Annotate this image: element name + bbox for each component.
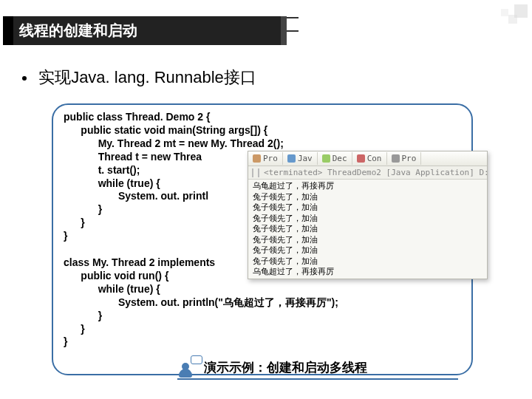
console-tab[interactable]: Jav <box>283 152 318 165</box>
slide-title: 线程的创建和启动 <box>13 16 287 45</box>
console-line: 兔子领先了，加油 <box>253 235 482 246</box>
corner-decoration <box>483 4 528 34</box>
bullet-text: 实现Java. lang. Runnable接口 <box>38 68 256 86</box>
demo-label: 演示示例：创建和启动多线程 <box>204 359 367 376</box>
console-line: 兔子领先了，加油 <box>253 202 482 214</box>
console-line: 兔子领先了，加油 <box>253 192 482 203</box>
console-line: 兔子领先了，加油 <box>253 245 482 256</box>
title-stripes <box>3 9 306 13</box>
console-line: 兔子领先了，加油 <box>253 256 482 267</box>
console-tool-icon[interactable] <box>258 168 259 177</box>
console-tab[interactable]: Con <box>352 152 387 165</box>
console-tabs: Pro Jav Dec Con Pro <box>248 151 487 166</box>
console-tab[interactable]: Pro <box>387 152 422 165</box>
console-line: 乌龟超过了，再接再厉 <box>253 267 482 276</box>
demo-bar: 演示示例：创建和启动多线程 <box>177 356 458 380</box>
tab-icon <box>287 154 296 163</box>
speaker-icon <box>177 357 198 378</box>
console-output: 乌龟超过了，再接再厉 兔子领先了，加油 兔子领先了，加油 兔子领先了，加油 兔子… <box>248 180 487 276</box>
tab-icon <box>357 154 365 163</box>
tab-icon <box>392 154 400 163</box>
console-status-bar: <terminated> ThreadDemo2 [Java Applicati… <box>248 166 487 180</box>
tab-label: Pro <box>402 154 417 163</box>
console-status-text: <terminated> ThreadDemo2 [Java Applicati… <box>264 168 487 177</box>
console-tab[interactable]: Pro <box>248 152 283 165</box>
console-tool-icon[interactable] <box>252 168 253 177</box>
bullet-line: 实现Java. lang. Runnable接口 <box>22 66 256 89</box>
console-window: Pro Jav Dec Con Pro <terminated> ThreadD… <box>248 151 488 279</box>
console-line: 兔子领先了，加油 <box>253 224 482 235</box>
tab-label: Pro <box>263 154 278 163</box>
tab-label: Dec <box>332 154 347 163</box>
bullet-dot-icon <box>22 76 27 81</box>
tab-icon <box>322 154 330 163</box>
tab-label: Con <box>367 154 382 163</box>
tab-icon <box>253 154 261 163</box>
tab-label: Jav <box>298 154 313 163</box>
console-line: 兔子领先了，加油 <box>253 214 482 225</box>
slide-title-text: 线程的创建和启动 <box>19 22 137 38</box>
console-line: 乌龟超过了，再接再厉 <box>253 181 482 192</box>
console-tab[interactable]: Dec <box>318 152 352 165</box>
